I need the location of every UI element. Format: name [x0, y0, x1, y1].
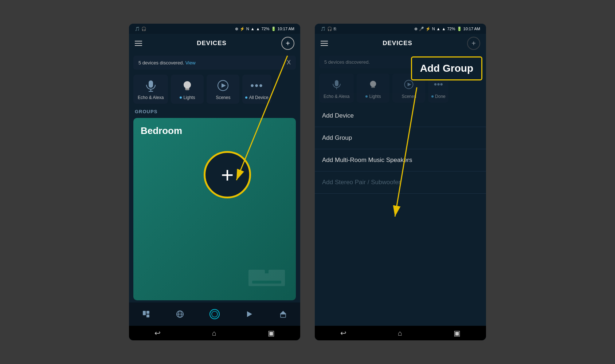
device-tabs-right: Echo & Alexa Lights [315, 71, 486, 105]
svg-rect-4 [185, 90, 189, 90]
discovery-close-left[interactable]: X [287, 59, 291, 66]
tab-echo-right[interactable]: Echo & Alexa [319, 74, 354, 103]
nav-communicate[interactable] [176, 310, 184, 318]
status-bar-right: 🎵 🎧 ⎘ ⊕ 🎤 ⚡ N ▲ ▲ 72% 🔋 10:17 AM [315, 24, 486, 34]
tab-done-right[interactable]: ••• Done [428, 74, 448, 103]
done-label-right: Done [431, 94, 446, 99]
status-info-right: ⊕ 🎤 ⚡ N ▲ ▲ 72% 🔋 10:17 AM [414, 27, 480, 31]
echo-label-right: Echo & Alexa [324, 94, 349, 99]
scenes-icon-left [216, 78, 230, 93]
tab-scenes-left[interactable]: Scenes [207, 75, 239, 104]
status-icons-right: 🎵 🎧 ⎘ [321, 27, 336, 31]
right-phone: 🎵 🎧 ⎘ ⊕ 🎤 ⚡ N ▲ ▲ 72% 🔋 10:17 AM [315, 24, 486, 340]
back-btn-left[interactable]: ↩ [154, 329, 161, 337]
svg-rect-10 [252, 281, 281, 284]
nav-devices[interactable] [142, 310, 150, 318]
discovery-banner-right: 5 devices discovered. [319, 56, 482, 68]
svg-rect-11 [143, 311, 146, 315]
home-btn-right[interactable]: ⌂ [398, 329, 402, 337]
lights-icon-right [366, 77, 380, 92]
status-bar-left: 🎵 🎧 ⊕ ⚡ N ▲ ▲ 72% 🔋 10:17 AM [129, 24, 300, 34]
svg-rect-9 [269, 270, 285, 275]
hamburger-menu-right[interactable] [321, 41, 328, 46]
echo-icon-left [144, 78, 158, 93]
svg-marker-19 [247, 311, 252, 317]
menu-add-group[interactable]: Add Group [315, 127, 486, 149]
done-dot-right [431, 95, 434, 98]
bottom-nav-left [129, 302, 300, 326]
svg-rect-0 [149, 80, 153, 88]
status-info-left: ⊕ ⚡ N ▲ ▲ 72% 🔋 10:17 AM [235, 27, 294, 31]
svg-marker-27 [408, 83, 411, 86]
battery-icon-r: 🔋 [457, 27, 462, 31]
svg-rect-12 [146, 311, 149, 314]
clock-r: 10:17 AM [463, 27, 480, 31]
svg-rect-20 [281, 314, 286, 317]
wifi-icon-r: ▲ [436, 27, 440, 31]
nav-home[interactable] [279, 310, 287, 318]
music-icon: 🎵 [135, 27, 140, 31]
svg-rect-8 [248, 270, 265, 275]
menu-add-device[interactable]: Add Device [315, 105, 486, 127]
home-indicator-left: ↩ ⌂ ▣ [129, 326, 300, 340]
scenes-label-left: Scenes [216, 95, 230, 100]
battery-icon: 🔋 [271, 27, 276, 31]
svg-point-17 [210, 309, 219, 319]
more-icon-left: ••• [250, 78, 264, 93]
plus-icon-header: + [286, 39, 290, 48]
nfc-icon-r: N [432, 27, 435, 31]
scenes-label-right: Scenes [401, 94, 416, 99]
svg-point-18 [212, 311, 218, 317]
tab-more-left[interactable]: ••• All Device [242, 75, 271, 104]
wifi-icon: ▲ [251, 27, 255, 31]
recents-btn-left[interactable]: ▣ [268, 329, 275, 337]
mic-icon-r: 🎤 [419, 27, 424, 31]
svg-rect-25 [371, 87, 375, 88]
home-btn-left[interactable]: ⌂ [212, 329, 216, 337]
lights-dot-left [180, 96, 182, 99]
add-button-left[interactable]: + [281, 37, 294, 50]
bluetooth-icon: ⚡ [240, 27, 245, 31]
recents-btn-right[interactable]: ▣ [454, 329, 461, 337]
svg-rect-13 [146, 314, 149, 317]
music-icon-r: 🎵 [321, 27, 326, 31]
view-link-left[interactable]: View [185, 60, 196, 66]
discovery-text-left: 5 devices discovered. View [138, 60, 196, 66]
headphone-icon: 🎧 [141, 27, 146, 31]
hamburger-menu[interactable] [135, 41, 142, 46]
discovery-text-right: 5 devices discovered. [324, 59, 370, 65]
tab-lights-left[interactable]: Lights [171, 75, 204, 104]
device-tabs-left: Echo & Alexa Lights [129, 72, 300, 106]
svg-rect-7 [248, 273, 285, 286]
svg-rect-23 [335, 80, 338, 86]
nav-play[interactable] [245, 310, 254, 318]
battery-pct-r: 72% [447, 27, 455, 31]
app-header-left: DEVICES + [129, 34, 300, 53]
home-indicator-right: ↩ ⌂ ▣ [315, 326, 486, 340]
headphone-icon-r: 🎧 [327, 27, 332, 31]
left-phone: 🎵 🎧 ⊕ ⚡ N ▲ ▲ 72% 🔋 10:17 AM [129, 24, 300, 340]
status-icons-left: 🎵 🎧 [135, 27, 146, 31]
tab-lights-right[interactable]: Lights [357, 74, 389, 103]
bedroom-card[interactable]: Bedroom [133, 118, 296, 300]
menu-list-right: Add Device Add Group Add Multi-Room Musi… [315, 105, 486, 326]
bedroom-title: Bedroom [141, 125, 182, 136]
plus-icon-header-right: + [471, 39, 476, 48]
back-btn-right[interactable]: ↩ [340, 329, 346, 337]
svg-marker-6 [222, 83, 226, 88]
all-dot-left [245, 96, 247, 99]
lights-label-left: Lights [180, 95, 195, 100]
echo-label-left: Echo & Alexa [138, 95, 164, 100]
tab-scenes-right[interactable]: Scenes [392, 74, 425, 103]
done-icon-right: ••• [431, 77, 446, 92]
more-label-left: All Device [245, 95, 268, 100]
menu-add-multiroom[interactable]: Add Multi-Room Music Speakers [315, 149, 486, 171]
scenes-icon-right [401, 77, 416, 92]
nav-alexa[interactable] [209, 309, 220, 319]
svg-rect-3 [185, 88, 189, 90]
signal-icon-r: ▲ [442, 27, 446, 31]
nfc-icon: N [246, 27, 249, 31]
tab-echo-left[interactable]: Echo & Alexa [133, 75, 168, 104]
add-button-right[interactable]: + [467, 37, 480, 50]
battery-pct: 72% [261, 27, 269, 31]
